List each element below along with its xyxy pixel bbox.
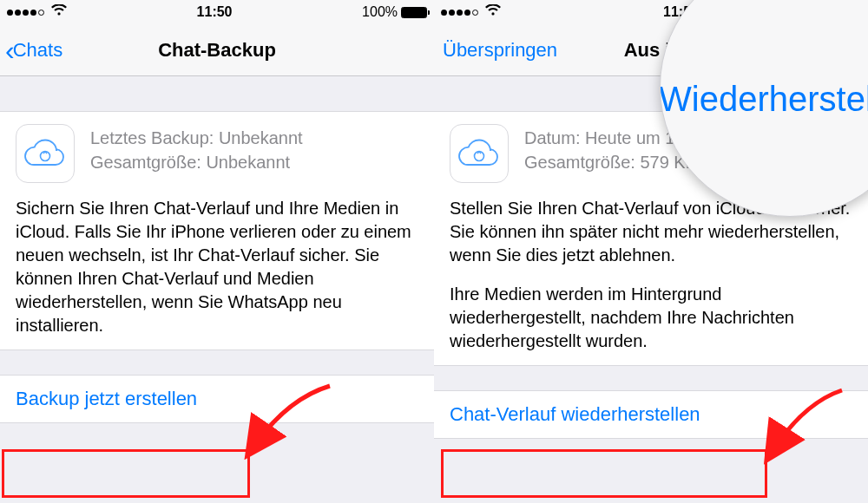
backup-now-button[interactable]: Backup jetzt erstellen — [16, 388, 197, 409]
restore-description: Stellen Sie Ihren Chat-Verlauf von iClou… — [450, 197, 852, 353]
annotation-highlight-rect — [2, 449, 250, 498]
signal-icon — [441, 10, 478, 16]
svg-point-0 — [41, 152, 50, 161]
backup-status-row: Letztes Backup: Unbekannt Gesamtgröße: U… — [16, 124, 418, 183]
back-button[interactable]: ‹ Chats — [5, 36, 62, 64]
page-title: Chat-Backup — [158, 39, 276, 62]
screen-backup: 11:50 100% ‹ Chats Chat-Backup Letztes B… — [0, 0, 434, 503]
svg-point-1 — [475, 152, 484, 161]
battery-icon — [401, 7, 427, 18]
restore-now-button[interactable]: Chat-Verlauf wiederherstellen — [450, 403, 700, 425]
backup-status-text: Letztes Backup: Unbekannt Gesamtgröße: U… — [90, 124, 303, 174]
status-left — [441, 4, 501, 20]
status-right: 100% — [362, 4, 427, 20]
nav-bar: ‹ Chats Chat-Backup — [0, 24, 434, 76]
signal-icon — [7, 10, 44, 16]
status-left — [7, 4, 67, 20]
backup-info-card: Letztes Backup: Unbekannt Gesamtgröße: U… — [0, 111, 434, 350]
skip-button[interactable]: Überspringen — [443, 39, 557, 62]
wifi-icon — [485, 4, 501, 20]
status-bar: 11:50 100% — [0, 0, 434, 24]
backup-now-row[interactable]: Backup jetzt erstellen — [0, 375, 434, 423]
cloud-backup-icon — [450, 124, 509, 183]
status-time: 11:50 — [197, 4, 233, 20]
cloud-backup-icon — [16, 124, 75, 183]
back-label: Chats — [13, 39, 62, 62]
magnified-restore-label: Wiederherstelle — [660, 80, 868, 119]
screen-restore: 11:50 Überspringen Aus iClou Datum: Heut… — [434, 0, 868, 503]
battery-pct: 100% — [362, 4, 398, 20]
annotation-highlight-rect — [441, 449, 767, 498]
restore-now-row[interactable]: Chat-Verlauf wiederherstellen — [434, 390, 868, 439]
backup-description: Sichern Sie Ihren Chat-Verlauf und Ihre … — [16, 197, 418, 337]
wifi-icon — [51, 4, 67, 20]
